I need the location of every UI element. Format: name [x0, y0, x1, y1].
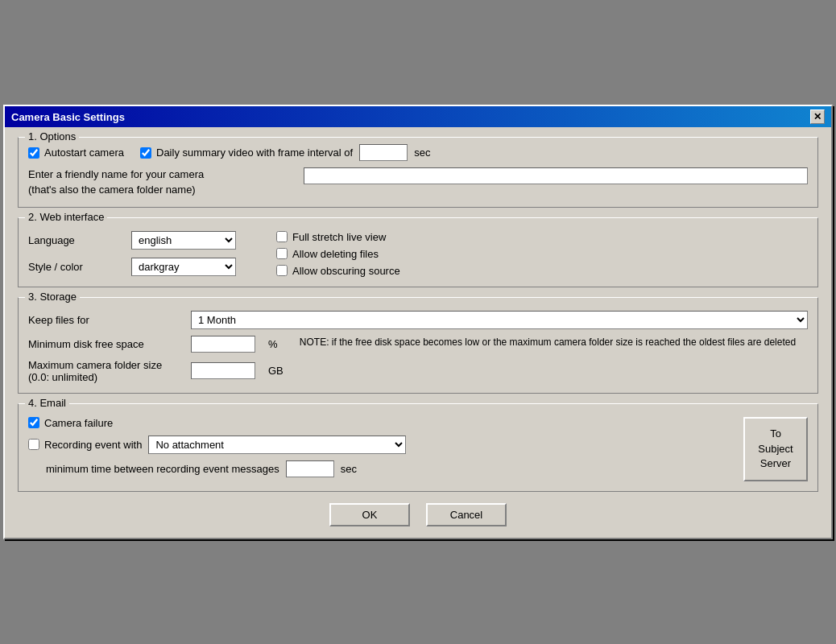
email-main: Camera failure Recording event with No a… — [28, 417, 808, 481]
style-select[interactable]: darkgray blue green red — [131, 258, 236, 276]
daily-summary-text: Daily summary video with frame interval … — [156, 147, 353, 159]
email-section: Camera failure Recording event with No a… — [28, 417, 808, 481]
options-label: 1. Options — [25, 130, 79, 142]
close-button[interactable]: ✕ — [810, 109, 825, 124]
max-folder-label: Maximum camera folder size (0.0: unlimit… — [28, 359, 181, 383]
title-bar: Camera Basic Settings ✕ — [5, 106, 831, 127]
style-row: Style / color darkgray blue green red — [28, 258, 236, 276]
allow-obscure-label[interactable]: Allow obscuring source — [276, 265, 400, 277]
min-time-input[interactable]: 0 — [286, 460, 334, 477]
daily-summary-checkbox[interactable] — [140, 147, 151, 159]
frame-interval-input[interactable]: 30 — [359, 144, 408, 161]
attachment-select[interactable]: No attachment Image Video clip — [148, 436, 406, 454]
language-select[interactable]: english german french spanish — [131, 231, 236, 250]
min-disk-input[interactable]: 5.000 — [191, 336, 255, 353]
allow-obscure-text: Allow obscuring source — [292, 265, 400, 277]
storage-bottom: Minimum disk free space 5.000 % Maximum … — [28, 336, 808, 383]
web-left-part: Language english german french spanish S… — [28, 231, 236, 276]
storage-note: NOTE: if the free disk space becomes low… — [300, 336, 808, 349]
min-time-label: minimum time between recording event mes… — [46, 463, 279, 475]
recording-event-checkbox[interactable] — [28, 439, 39, 450]
full-stretch-text: Full stretch live view — [292, 231, 386, 243]
max-folder-row: Maximum camera folder size (0.0: unlimit… — [28, 359, 283, 383]
camera-name-label: Enter a friendly name for your camera (t… — [28, 167, 294, 196]
email-right: To Subject Server — [743, 417, 808, 481]
full-stretch-checkbox[interactable] — [276, 231, 288, 242]
language-row: Language english german french spanish — [28, 231, 236, 250]
recording-event-text: Recording event with — [44, 439, 142, 451]
keep-files-label: Keep files for — [28, 314, 181, 326]
max-folder-input[interactable]: 0.0 — [191, 362, 255, 379]
allow-delete-text: Allow deleting files — [292, 248, 379, 260]
autostart-checkbox[interactable] — [28, 147, 39, 159]
web-section: Language english german french spanish S… — [28, 231, 808, 277]
camera-basic-settings-dialog: Camera Basic Settings ✕ 1. Options Autos… — [3, 105, 833, 539]
camera-failure-checkbox[interactable] — [28, 417, 39, 428]
web-interface-group: 2. Web interface Language english german… — [18, 217, 818, 287]
ok-button[interactable]: OK — [329, 503, 410, 526]
dialog-content: 1. Options Autostart camera Daily summar… — [5, 127, 831, 537]
storage-group: 3. Storage Keep files for 1 Month 1 Week… — [18, 297, 818, 394]
full-stretch-label[interactable]: Full stretch live view — [276, 231, 400, 243]
storage-label: 3. Storage — [25, 291, 80, 303]
cancel-button[interactable]: Cancel — [426, 503, 507, 526]
email-group: 4. Email Camera failure Recording event … — [18, 403, 818, 492]
min-disk-unit: % — [268, 338, 278, 350]
camera-failure-label[interactable]: Camera failure — [28, 417, 734, 429]
min-disk-row: Minimum disk free space 5.000 % — [28, 336, 283, 353]
camera-failure-text: Camera failure — [44, 417, 113, 429]
options-group: 1. Options Autostart camera Daily summar… — [18, 137, 818, 207]
daily-summary-group: Daily summary video with frame interval … — [140, 144, 430, 161]
language-label: Language — [28, 234, 125, 246]
storage-inputs: Minimum disk free space 5.000 % Maximum … — [28, 336, 283, 383]
min-disk-label: Minimum disk free space — [28, 338, 181, 350]
button-row: OK Cancel — [18, 503, 818, 526]
email-label: 4. Email — [25, 397, 69, 409]
autostart-text: Autostart camera — [44, 147, 124, 159]
daily-summary-label[interactable]: Daily summary video with frame interval … — [140, 147, 353, 159]
email-left: Camera failure Recording event with No a… — [28, 417, 734, 477]
to-subject-server-button[interactable]: To Subject Server — [743, 417, 808, 481]
camera-name-row: Enter a friendly name for your camera (t… — [28, 167, 808, 196]
max-folder-unit: GB — [268, 365, 283, 377]
autostart-label[interactable]: Autostart camera — [28, 147, 124, 159]
storage-section: Keep files for 1 Month 1 Week 2 Weeks 3 … — [28, 311, 808, 383]
options-row1: Autostart camera Daily summary video wit… — [28, 144, 808, 161]
frame-interval-unit: sec — [414, 147, 430, 159]
web-interface-label: 2. Web interface — [25, 211, 107, 223]
camera-name-input[interactable]: Videum 1.1 Standard VidCap — [304, 167, 808, 184]
recording-event-label[interactable]: Recording event with — [28, 439, 142, 451]
keep-files-row: Keep files for 1 Month 1 Week 2 Weeks 3 … — [28, 311, 808, 329]
min-time-unit: sec — [341, 463, 357, 475]
recording-row: Recording event with No attachment Image… — [28, 436, 734, 454]
allow-delete-checkbox[interactable] — [276, 248, 288, 259]
allow-delete-label[interactable]: Allow deleting files — [276, 248, 400, 260]
web-right-part: Full stretch live view Allow deleting fi… — [252, 231, 400, 277]
dialog-title: Camera Basic Settings — [11, 111, 125, 123]
min-time-row: minimum time between recording event mes… — [28, 460, 734, 477]
allow-obscure-checkbox[interactable] — [276, 265, 288, 276]
keep-files-select[interactable]: 1 Month 1 Week 2 Weeks 3 Months 6 Months… — [191, 311, 808, 329]
style-label: Style / color — [28, 261, 125, 273]
